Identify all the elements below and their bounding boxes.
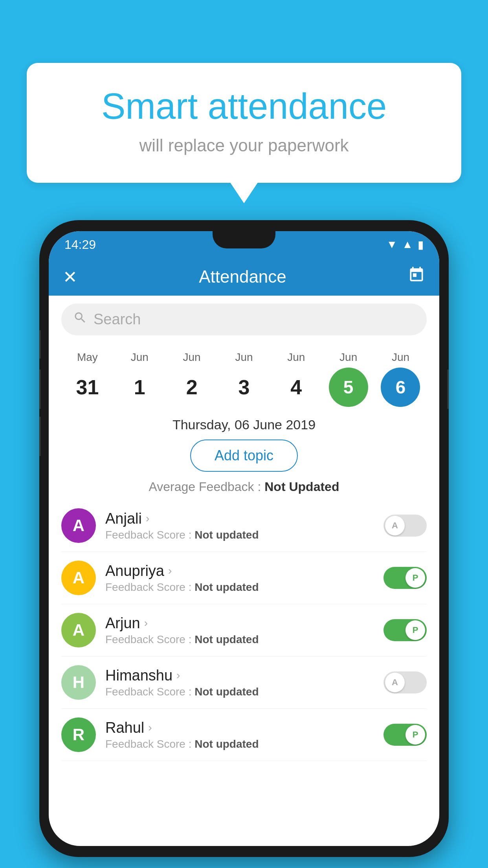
status-bar: 14:29 ▼ ▲ ▮ bbox=[49, 231, 439, 258]
chevron-icon-0: › bbox=[146, 512, 149, 525]
toggle-thumb-4: P bbox=[405, 725, 425, 745]
calendar-strip: May31Jun1Jun2Jun3Jun4Jun5Jun6 bbox=[49, 343, 439, 411]
attendance-toggle-0[interactable]: A bbox=[383, 515, 427, 537]
notch bbox=[213, 231, 275, 248]
cal-month-0: May bbox=[77, 351, 98, 364]
toggle-thumb-1: P bbox=[405, 568, 425, 588]
status-icons: ▼ ▲ ▮ bbox=[387, 238, 424, 251]
student-name-3: Himanshu › bbox=[105, 667, 374, 684]
student-info-3: Himanshu ›Feedback Score : Not updated bbox=[105, 667, 374, 698]
calendar-day-6[interactable]: Jun6 bbox=[377, 351, 424, 407]
silent-button bbox=[39, 417, 41, 456]
app-bar: ✕ Attendance bbox=[49, 258, 439, 296]
phone-screen: 14:29 ▼ ▲ ▮ ✕ Attendance bbox=[49, 231, 439, 846]
student-item-4[interactable]: RRahul ›Feedback Score : Not updatedP bbox=[61, 709, 427, 761]
chevron-icon-3: › bbox=[176, 669, 180, 682]
avg-feedback-value: Not Updated bbox=[264, 480, 339, 494]
student-list: AAnjali ›Feedback Score : Not updatedAAA… bbox=[49, 500, 439, 761]
student-name-2: Arjun › bbox=[105, 615, 374, 632]
cal-date-0[interactable]: 31 bbox=[68, 368, 107, 407]
cal-date-5[interactable]: 5 bbox=[329, 368, 368, 407]
calendar-button[interactable] bbox=[408, 266, 425, 287]
toggle-thumb-2: P bbox=[405, 620, 425, 640]
student-avatar-0: A bbox=[61, 508, 96, 543]
cal-month-5: Jun bbox=[339, 351, 357, 364]
attendance-toggle-4[interactable]: P bbox=[383, 724, 427, 746]
student-info-2: Arjun ›Feedback Score : Not updated bbox=[105, 615, 374, 646]
student-feedback-0: Feedback Score : Not updated bbox=[105, 529, 374, 541]
calendar-day-5[interactable]: Jun5 bbox=[325, 351, 372, 407]
cal-date-1[interactable]: 1 bbox=[120, 368, 159, 407]
toggle-thumb-0: A bbox=[385, 516, 405, 535]
student-feedback-1: Feedback Score : Not updated bbox=[105, 581, 374, 594]
attendance-toggle-3[interactable]: A bbox=[383, 671, 427, 693]
status-time: 14:29 bbox=[64, 237, 96, 252]
volume-down-button bbox=[39, 370, 41, 409]
student-name-4: Rahul › bbox=[105, 719, 374, 736]
attendance-toggle-1[interactable]: P bbox=[383, 567, 427, 589]
attendance-toggle-2[interactable]: P bbox=[383, 619, 427, 641]
avg-feedback: Average Feedback : Not Updated bbox=[49, 476, 439, 500]
screen-content: Search May31Jun1Jun2Jun3Jun4Jun5Jun6 Thu… bbox=[49, 296, 439, 846]
wifi-icon: ▼ bbox=[387, 238, 398, 251]
cal-month-2: Jun bbox=[183, 351, 201, 364]
student-info-4: Rahul ›Feedback Score : Not updated bbox=[105, 719, 374, 750]
avg-feedback-label: Average Feedback : bbox=[149, 480, 265, 494]
speech-bubble: Smart attendance will replace your paper… bbox=[27, 63, 461, 183]
student-name-0: Anjali › bbox=[105, 510, 374, 527]
cal-date-3[interactable]: 3 bbox=[224, 368, 264, 407]
student-item-0[interactable]: AAnjali ›Feedback Score : Not updatedA bbox=[61, 500, 427, 552]
toggle-thumb-3: A bbox=[385, 673, 405, 692]
cal-month-4: Jun bbox=[287, 351, 305, 364]
search-bar[interactable]: Search bbox=[61, 303, 427, 335]
student-avatar-3: H bbox=[61, 665, 96, 700]
calendar-day-1[interactable]: Jun1 bbox=[116, 351, 163, 407]
student-feedback-3: Feedback Score : Not updated bbox=[105, 686, 374, 698]
calendar-day-3[interactable]: Jun3 bbox=[220, 351, 268, 407]
cal-month-6: Jun bbox=[392, 351, 409, 364]
signal-icon: ▲ bbox=[402, 238, 413, 251]
phone-frame: 14:29 ▼ ▲ ▮ ✕ Attendance bbox=[39, 220, 449, 857]
student-item-1[interactable]: AAnupriya ›Feedback Score : Not updatedP bbox=[61, 552, 427, 604]
cal-date-4[interactable]: 4 bbox=[277, 368, 316, 407]
student-item-2[interactable]: AArjun ›Feedback Score : Not updatedP bbox=[61, 604, 427, 657]
calendar-day-4[interactable]: Jun4 bbox=[273, 351, 320, 407]
search-icon bbox=[73, 311, 87, 328]
calendar-day-2[interactable]: Jun2 bbox=[168, 351, 215, 407]
bubble-subtitle: will replace your paperwork bbox=[58, 136, 430, 155]
selected-date-label: Thursday, 06 June 2019 bbox=[49, 411, 439, 436]
student-item-3[interactable]: HHimanshu ›Feedback Score : Not updatedA bbox=[61, 657, 427, 709]
student-info-1: Anupriya ›Feedback Score : Not updated bbox=[105, 563, 374, 594]
chevron-icon-1: › bbox=[168, 565, 172, 577]
search-placeholder: Search bbox=[94, 311, 141, 328]
student-feedback-2: Feedback Score : Not updated bbox=[105, 633, 374, 646]
cal-date-6[interactable]: 6 bbox=[381, 368, 420, 407]
add-topic-button[interactable]: Add topic bbox=[190, 440, 298, 472]
cal-month-3: Jun bbox=[235, 351, 253, 364]
student-avatar-2: A bbox=[61, 613, 96, 647]
cal-month-1: Jun bbox=[131, 351, 149, 364]
student-avatar-1: A bbox=[61, 561, 96, 595]
power-button bbox=[447, 370, 449, 409]
student-avatar-4: R bbox=[61, 717, 96, 752]
volume-up-button bbox=[39, 330, 41, 359]
bubble-title: Smart attendance bbox=[58, 86, 430, 126]
chevron-icon-4: › bbox=[148, 721, 152, 734]
student-info-0: Anjali ›Feedback Score : Not updated bbox=[105, 510, 374, 541]
student-name-1: Anupriya › bbox=[105, 563, 374, 579]
calendar-day-0[interactable]: May31 bbox=[64, 351, 111, 407]
chevron-icon-2: › bbox=[144, 617, 148, 629]
student-feedback-4: Feedback Score : Not updated bbox=[105, 738, 374, 750]
battery-icon: ▮ bbox=[418, 238, 424, 251]
close-button[interactable]: ✕ bbox=[63, 267, 77, 287]
cal-date-2[interactable]: 2 bbox=[172, 368, 211, 407]
app-bar-title: Attendance bbox=[89, 267, 396, 287]
